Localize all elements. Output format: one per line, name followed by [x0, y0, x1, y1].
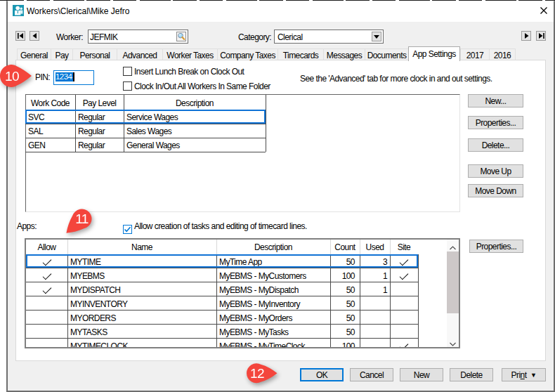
svg-text:11: 11 — [75, 211, 89, 226]
svg-text:10: 10 — [5, 69, 19, 84]
svg-text:12: 12 — [250, 366, 264, 381]
